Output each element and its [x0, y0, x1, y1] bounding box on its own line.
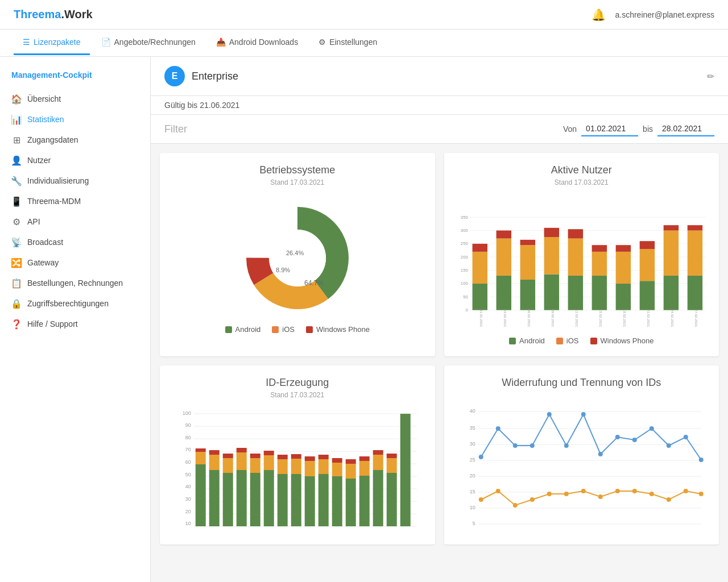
- bar-win-8: [663, 225, 678, 230]
- dot-orange-10: [649, 492, 653, 496]
- svg-text:20: 20: [185, 509, 191, 514]
- svg-text:90: 90: [185, 422, 191, 428]
- sidebar-label-gateway: Gateway: [27, 258, 59, 267]
- svg-rect-55: [278, 459, 288, 474]
- chart-betriebssysteme-subtitle: Stand 17.03.2021: [171, 178, 424, 186]
- sidebar-item-hilfe[interactable]: ❓ Hilfe / Support: [0, 314, 150, 334]
- nav-label-angebote: Angebote/Rechnungen: [114, 38, 196, 47]
- logo-threema: Threema: [14, 8, 61, 20]
- svg-rect-79: [387, 458, 397, 473]
- svg-rect-46: [237, 452, 247, 470]
- nav-item-android-downloads[interactable]: 📥 Android Downloads: [207, 31, 307, 55]
- svg-rect-59: [291, 454, 301, 459]
- svg-text:70: 70: [185, 447, 191, 452]
- svg-text:150: 150: [460, 268, 468, 273]
- svg-rect-36: [196, 464, 206, 526]
- bar-win-4: [568, 229, 582, 238]
- bar-win-9: [687, 225, 702, 230]
- sidebar-item-zugriffsberechtigungen[interactable]: 🔒 Zugriffsberechtigungen: [0, 293, 150, 314]
- svg-rect-58: [291, 459, 301, 474]
- bar-label-0: 31.01.2021: [479, 309, 483, 327]
- donut-legend: Android iOS Windows Phone: [171, 325, 424, 334]
- svg-rect-47: [237, 448, 247, 452]
- bar-win-6: [615, 245, 630, 252]
- sidebar-item-gateway[interactable]: 🔀 Gateway: [0, 252, 150, 273]
- bar-android-1: [496, 276, 511, 310]
- bestellungen-icon: 📋: [11, 278, 22, 288]
- legend-ios: iOS: [272, 325, 295, 334]
- sidebar-item-bestellungen[interactable]: 📋 Bestellungen, Rechnungen: [0, 273, 150, 293]
- dot-blue-10: [649, 426, 653, 431]
- svg-text:10: 10: [185, 521, 191, 526]
- svg-text:80: 80: [185, 435, 191, 440]
- enterprise-avatar: E: [164, 66, 185, 86]
- svg-rect-75: [373, 470, 383, 526]
- svg-rect-60: [305, 476, 315, 526]
- dot-blue-12: [683, 435, 688, 439]
- filter-from-input[interactable]: [581, 122, 638, 136]
- svg-text:50: 50: [185, 472, 191, 477]
- top-nav: ☰ Lizenzpakete 📄 Angebote/Rechnungen 📥 A…: [0, 30, 728, 57]
- sidebar-item-threema-mdm[interactable]: 📱 Threema-MDM: [0, 191, 150, 211]
- filter-inputs: Von bis: [563, 122, 714, 136]
- donut-windows-label: 8.9%: [276, 267, 290, 273]
- svg-rect-76: [373, 455, 383, 470]
- filter-to-input[interactable]: [657, 122, 714, 136]
- svg-text:15: 15: [469, 489, 475, 494]
- chart-widerrufung: Widerrufung und Trennung von IDs 40 35 3…: [444, 365, 719, 544]
- main-layout: Management-Cockpit 🏠 Übersicht 📊 Statist…: [0, 57, 728, 582]
- sidebar: Management-Cockpit 🏠 Übersicht 📊 Statist…: [0, 57, 151, 582]
- bar-ios-3: [544, 237, 559, 274]
- bar-label-3: 09.02.2021: [551, 309, 555, 327]
- broadcast-icon: 📡: [11, 237, 22, 247]
- svg-rect-63: [318, 474, 329, 526]
- legend-windows: Windows Phone: [306, 325, 370, 334]
- sidebar-item-broadcast[interactable]: 📡 Broadcast: [0, 232, 150, 252]
- bar-ios-1: [496, 239, 511, 276]
- gateway-icon: 🔀: [11, 257, 22, 268]
- donut-chart-container: 26.4% 8.9% 64.7%: [171, 196, 424, 321]
- logo: Threema.Work: [14, 8, 93, 21]
- sidebar-item-zugangsdaten[interactable]: ⊞ Zugangsdaten: [0, 130, 150, 150]
- zugangsdaten-icon: ⊞: [11, 135, 22, 145]
- bar-ios-6: [615, 252, 630, 284]
- header-right: 🔔 a.schreiner@planet.express: [592, 8, 714, 22]
- bar-label-8: 24.02.2021: [670, 309, 674, 327]
- filter-bar: Filter Von bis: [151, 115, 728, 144]
- chart-aktive-nutzer-subtitle: Stand 17.03.2021: [456, 178, 708, 186]
- sidebar-item-api[interactable]: ⚙ API: [0, 211, 150, 232]
- svg-rect-39: [209, 470, 220, 526]
- bar-android-3: [544, 275, 559, 310]
- svg-rect-37: [196, 452, 206, 464]
- svg-text:40: 40: [185, 484, 191, 489]
- nav-item-einstellungen[interactable]: ⚙ Einstellungen: [309, 31, 386, 55]
- enterprise-info: E Enterprise: [164, 66, 238, 86]
- header: Threema.Work 🔔 a.schreiner@planet.expres…: [0, 0, 728, 30]
- nav-item-lizenzpakete[interactable]: ☰ Lizenzpakete: [14, 31, 90, 55]
- nav-item-angebote[interactable]: 📄 Angebote/Rechnungen: [92, 31, 205, 55]
- logo-work: .Work: [61, 8, 92, 20]
- bar-android-4: [568, 276, 582, 310]
- dot-orange-6: [581, 489, 585, 493]
- einstellungen-icon: ⚙: [318, 38, 326, 47]
- svg-rect-62: [305, 456, 315, 461]
- svg-rect-78: [387, 473, 397, 526]
- notification-bell-icon[interactable]: 🔔: [592, 8, 606, 22]
- bar-win-5: [592, 245, 606, 252]
- home-icon: 🏠: [11, 94, 22, 104]
- svg-text:25: 25: [469, 457, 475, 463]
- filter-to-label: bis: [643, 124, 653, 134]
- sidebar-item-statistiken[interactable]: 📊 Statistiken: [0, 109, 150, 130]
- sidebar-item-individualisierung[interactable]: 🔧 Individualisierung: [0, 171, 150, 191]
- svg-rect-70: [346, 464, 356, 479]
- svg-rect-74: [359, 456, 370, 461]
- valid-text: Gültig bis 21.06.2021: [151, 96, 728, 115]
- edit-icon[interactable]: ✏: [707, 71, 714, 82]
- sidebar-item-nutzer[interactable]: 👤 Nutzer: [0, 150, 150, 171]
- svg-text:50: 50: [463, 294, 468, 300]
- sidebar-label-hilfe: Hilfe / Support: [27, 319, 78, 329]
- sidebar-item-ubersicht[interactable]: 🏠 Übersicht: [0, 89, 150, 109]
- bar-android-2: [520, 280, 535, 310]
- donut-center: [269, 230, 326, 286]
- svg-text:100: 100: [183, 410, 191, 416]
